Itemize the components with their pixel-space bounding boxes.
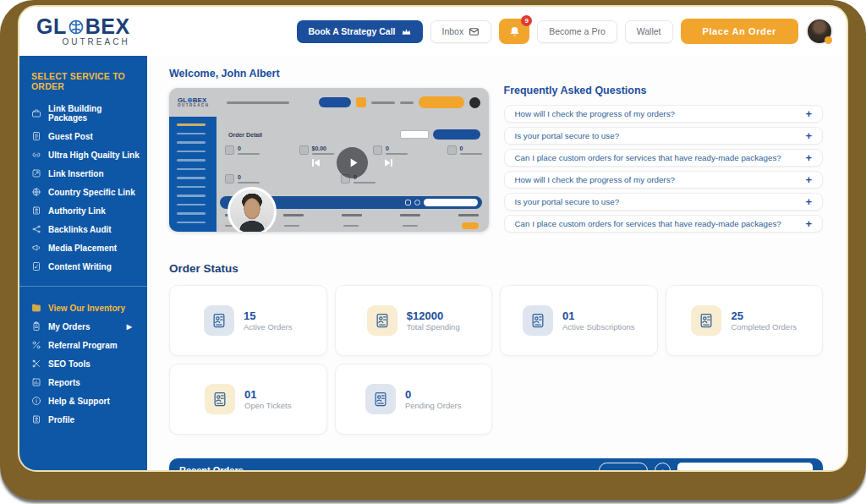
play-icon [346,156,360,170]
recent-orders-title: Recent Orders [179,465,244,470]
search-icon[interactable]: ⌕ [655,463,671,470]
sidebar-item-profile[interactable]: Profile [19,410,147,429]
inbox-button[interactable]: Inbox [430,20,492,43]
recent-orders-search-input[interactable] [677,463,813,470]
audit-icon [31,224,41,234]
order-document-icon [367,305,397,336]
notifications-button[interactable]: 9 [499,19,529,44]
globe-icon [31,187,41,197]
app-window: GL BEX OUTREACH Book A Strategy Call Inb… [18,5,848,472]
link-icon [31,150,41,160]
video-mini-select [400,130,429,139]
sidebar: SELECT SERVICE TO ORDER Link Building Pa… [19,56,147,470]
main-content: Welcome, John Albert GL⊕BEXOUTREACH [147,56,847,470]
video-playback-controls [216,147,489,178]
sidebar-item-backlinks-audit[interactable]: Backlinks Audit [19,220,147,238]
place-an-order-button[interactable]: Place An Order [681,19,798,44]
sidebar-item-guest-post[interactable]: Guest Post [19,127,147,145]
stat-card-pending-orders: 0Pending Orders [335,364,493,435]
expand-plus-icon[interactable]: + [805,108,812,119]
globex-logo[interactable]: GL BEX OUTREACH [36,16,130,47]
faq-item[interactable]: How will I check the progress of my orde… [504,105,824,123]
sidebar-item-my-orders[interactable]: My Orders ▶ [19,317,147,336]
stat-card-open-tickets: 01Open Tickets [169,364,327,435]
order-document-icon [365,384,396,414]
faq-item[interactable]: How will I check the progress of my orde… [504,171,824,189]
sidebar-item-country-specific-link[interactable]: Country Specific Link [19,183,147,201]
faq-item[interactable]: Is your portal secure to use? + [504,127,824,145]
expand-plus-icon[interactable]: + [805,218,812,229]
video-mini-sidebar [169,117,216,232]
writing-icon [31,261,41,271]
video-mini-avatar [469,97,480,108]
referral-icon [31,340,41,350]
sidebar-item-view-our-inventory[interactable]: View Our Inventory [19,299,147,317]
reports-icon [31,377,41,387]
video-mini-search-input [424,199,478,206]
bell-icon [508,25,521,38]
expand-plus-icon[interactable]: + [805,152,812,163]
sidebar-item-media-placement[interactable]: Media Placement [19,238,147,257]
video-mini-heading: Order Detail [228,132,262,138]
video-mini-title-bar [227,101,289,104]
sidebar-item-link-insertion[interactable]: Link Insertion [19,164,147,183]
sidebar-section-title: SELECT SERVICE TO ORDER [19,68,147,100]
video-mini-place-order [433,129,480,140]
recent-orders-filter-button[interactable] [599,463,648,470]
sidebar-item-ultra-high-quality-link[interactable]: Ultra High Quailty Link [19,145,147,164]
wallet-button[interactable]: Wallet [625,20,673,43]
document-icon [31,131,41,141]
folder-icon [31,303,41,313]
welcome-heading: Welcome, John Albert [169,68,489,79]
faq-section: Frequently Asked Questions How will I ch… [504,68,824,237]
badge-icon [31,205,41,216]
expand-plus-icon[interactable]: + [805,130,812,141]
stat-card-completed-orders: 25Completed Orders [666,285,824,356]
previous-track-icon[interactable] [310,156,322,169]
megaphone-icon [31,243,41,253]
play-button[interactable] [337,147,368,178]
screenshot-stage: GL BEX OUTREACH Book A Strategy Call Inb… [0,0,866,504]
order-document-icon [691,305,721,336]
faq-item[interactable]: Can I place custom orders for services t… [504,149,824,167]
video-mini-controls [400,129,480,140]
sidebar-item-authority-link[interactable]: Authority Link [19,201,147,220]
help-icon [31,396,41,406]
order-document-icon [523,305,553,336]
sidebar-item-seo-tools[interactable]: SEO Tools [19,354,147,373]
orders-icon [31,321,41,331]
faq-item[interactable]: Can I place custom orders for services t… [504,215,824,233]
sidebar-item-referral-program[interactable]: Referral Program [19,336,147,354]
recent-orders-bar: Recent Orders ⌕ [169,458,823,470]
submenu-arrow-icon: ▶ [127,323,132,331]
become-a-pro-button[interactable]: Become a Pro [537,20,617,43]
video-mini-orange-square [356,97,366,107]
sidebar-item-reports[interactable]: Reports [19,373,147,392]
globe-logo-icon [68,19,85,36]
order-document-icon [204,305,234,336]
logo-text-left: GL [36,16,67,37]
user-avatar[interactable] [806,18,833,45]
sidebar-divider [19,286,147,287]
order-document-icon [205,384,235,414]
order-status-title: Order Status [169,262,823,275]
stat-card-total-spending: $12000Total Spending [335,285,493,356]
seo-tools-icon [31,359,41,369]
order-status-cards: 15Active Orders $12000Total Spending 01A… [169,285,823,435]
crown-icon [401,26,412,37]
sidebar-item-content-writing[interactable]: Content Writing [19,257,147,276]
sidebar-item-help-support[interactable]: Help & Support [19,392,147,410]
video-presenter-photo [227,187,277,232]
logo-tagline: OUTREACH [63,38,130,47]
expand-plus-icon[interactable]: + [805,196,812,207]
intro-video-thumbnail[interactable]: GL⊕BEXOUTREACH [169,88,489,232]
expand-plus-icon[interactable]: + [805,174,812,185]
profile-icon [31,414,41,425]
faq-item[interactable]: Is your portal secure to use? + [504,193,824,211]
faq-title: Frequently Asked Questions [504,85,824,96]
left-column: Welcome, John Albert GL⊕BEXOUTREACH [169,68,489,237]
briefcase-icon [31,108,41,118]
book-strategy-call-button[interactable]: Book A Strategy Call [297,20,422,43]
next-track-icon[interactable] [382,156,395,169]
sidebar-item-link-building-packages[interactable]: Link Building Packages [19,100,147,127]
